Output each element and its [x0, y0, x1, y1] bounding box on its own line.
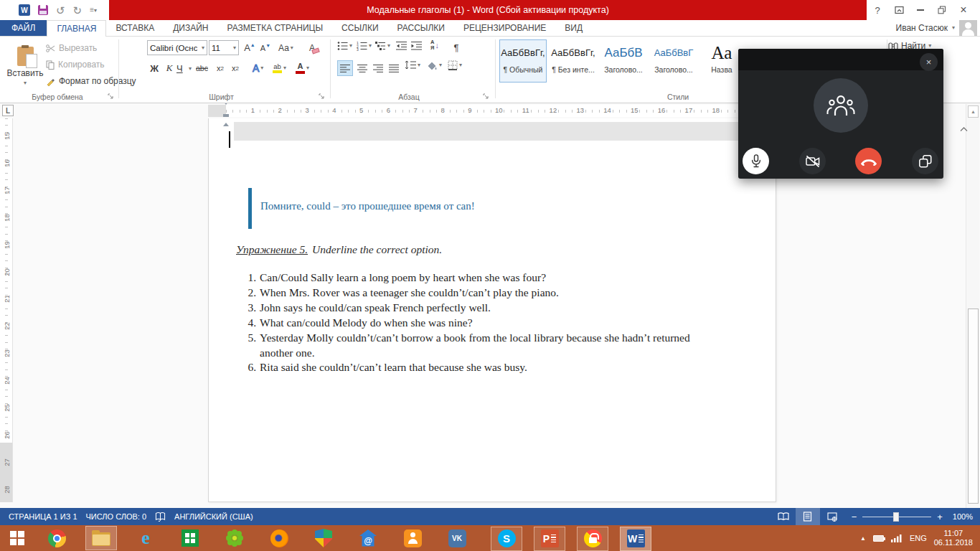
taskbar-vk[interactable]: VK	[435, 525, 479, 551]
zoom-out-button[interactable]: −	[852, 512, 857, 522]
multilevel-list-button[interactable]: ▾	[375, 41, 390, 51]
taskbar-mailru[interactable]: @	[346, 525, 390, 551]
style-title[interactable]: Аа Назва	[700, 39, 743, 83]
taskbar-word[interactable]: W	[620, 527, 651, 551]
screen-share-button[interactable]	[912, 148, 938, 174]
close-call-popup-button[interactable]: ×	[920, 53, 938, 71]
justify-button[interactable]	[386, 60, 402, 76]
scroll-up-button[interactable]: ▲	[968, 105, 979, 118]
clipboard-dialog-launcher[interactable]	[108, 93, 114, 100]
font-dialog-launcher[interactable]	[319, 93, 325, 100]
superscript-button[interactable]: x2	[232, 60, 239, 76]
undo-icon[interactable]: ↺	[56, 5, 65, 16]
read-mode-button[interactable]	[771, 508, 796, 525]
ribbon-display-options-button[interactable]	[888, 1, 910, 19]
web-layout-button[interactable]	[820, 508, 844, 525]
align-right-button[interactable]	[370, 60, 386, 76]
paragraph-dialog-launcher[interactable]	[483, 93, 489, 100]
tab-view[interactable]: ВИД	[555, 20, 592, 36]
line-spacing-button[interactable]: ▾	[405, 60, 420, 70]
tab-review[interactable]: РЕЦЕНЗИРОВАНИЕ	[454, 20, 555, 36]
left-margin-marker[interactable]	[223, 114, 229, 117]
tab-references[interactable]: ССЫЛКИ	[332, 20, 387, 36]
taskbar-chrome[interactable]	[34, 525, 79, 551]
strikethrough-button[interactable]: abc	[196, 60, 208, 76]
increase-indent-button[interactable]	[411, 41, 422, 51]
taskbar-powerpoint[interactable]: P	[534, 527, 565, 551]
taskbar-icq[interactable]	[212, 525, 257, 551]
redo-icon[interactable]: ↻	[73, 5, 83, 16]
network-signal-icon[interactable]	[891, 534, 903, 542]
grow-font-button[interactable]: А▲	[242, 40, 257, 55]
clock[interactable]: 11:07 06.11.2018	[934, 529, 973, 547]
word-count[interactable]: ЧИСЛО СЛОВ: 0	[86, 512, 147, 521]
document-page[interactable]: Помните, could – это прошедшее время от …	[208, 118, 776, 502]
style-normal[interactable]: АаБбВвГг, ¶ Обычный	[499, 39, 547, 83]
hang-up-button[interactable]	[855, 148, 882, 174]
tab-page-layout[interactable]: РАЗМЕТКА СТРАНИЦЫ	[218, 20, 333, 36]
tab-design[interactable]: ДИЗАЙН	[164, 20, 217, 36]
tab-home[interactable]: ГЛАВНАЯ	[47, 20, 106, 37]
style-heading1[interactable]: АаБбВ Заголово...	[600, 39, 647, 83]
zoom-thumb[interactable]	[893, 512, 899, 522]
taskbar-odnoklassniki[interactable]	[390, 525, 435, 551]
shrink-font-button[interactable]: А▼	[258, 40, 273, 55]
subscript-button[interactable]: x2	[217, 60, 224, 76]
taskbar-avg[interactable]	[301, 525, 346, 551]
language-switch[interactable]: ENG	[910, 534, 927, 542]
taskbar-protect-browser[interactable]	[577, 527, 608, 551]
clear-formatting-button[interactable]: А	[304, 40, 320, 55]
tray-expand-icon[interactable]: ▲	[860, 535, 866, 542]
scrollbar-thumb[interactable]	[968, 309, 979, 504]
align-center-button[interactable]	[354, 60, 370, 76]
close-button[interactable]: ×	[953, 1, 974, 19]
align-left-button[interactable]	[337, 60, 353, 76]
decrease-indent-button[interactable]	[396, 41, 407, 51]
shading-button[interactable]: ▾	[426, 60, 442, 70]
customize-qat-icon[interactable]: ≡▾	[90, 6, 97, 14]
minimize-button[interactable]	[910, 1, 931, 19]
collapse-ribbon-button[interactable]	[960, 127, 968, 132]
proofing-icon[interactable]	[155, 512, 166, 522]
italic-button[interactable]: К	[164, 60, 175, 76]
page-indicator[interactable]: СТРАНИЦА 1 ИЗ 1	[9, 512, 77, 521]
show-marks-button[interactable]: ¶	[449, 40, 463, 55]
save-icon[interactable]	[38, 5, 48, 15]
bullets-button[interactable]: ▾	[337, 41, 352, 51]
vertical-ruler[interactable]: 1516171819202122232425262728	[0, 118, 13, 502]
zoom-level[interactable]: 100%	[953, 512, 973, 521]
change-case-button[interactable]: Аа ▾	[278, 40, 293, 55]
account-area[interactable]: Иван Стасюк ▾	[896, 20, 980, 36]
print-layout-button[interactable]	[796, 508, 820, 525]
font-color-button[interactable]: А ▾	[296, 60, 309, 76]
taskbar-skype[interactable]: S	[491, 527, 522, 551]
start-button[interactable]	[0, 525, 34, 551]
zoom-track[interactable]	[862, 517, 931, 517]
text-effects-button[interactable]: А ▾	[253, 60, 263, 76]
language-indicator[interactable]: АНГЛИЙСКИЙ (США)	[174, 512, 253, 521]
taskbar-file-explorer[interactable]	[85, 526, 117, 550]
camera-off-button[interactable]	[799, 148, 826, 174]
help-button[interactable]: ?	[867, 1, 888, 19]
style-no-spacing[interactable]: АаБбВвГг, ¶ Без инте...	[550, 39, 597, 83]
underline-button[interactable]: Ч	[176, 60, 183, 76]
copy-button[interactable]: Копировать	[46, 60, 105, 70]
taskbar-internet-explorer[interactable]: e	[123, 525, 168, 551]
horizontal-ruler[interactable]: 123456789101112131415161718	[208, 105, 776, 117]
avatar[interactable]	[959, 20, 977, 36]
font-name-select[interactable]: Calibri (Оснс ▾	[147, 40, 207, 55]
bold-button[interactable]: Ж	[148, 60, 161, 76]
vertical-scrollbar[interactable]: ▲	[966, 104, 979, 508]
tab-mailings[interactable]: РАССЫЛКИ	[388, 20, 454, 36]
numbering-button[interactable]: 123 ▾	[357, 41, 372, 51]
zoom-in-button[interactable]: +	[937, 512, 943, 522]
font-size-select[interactable]: 11 ▾	[209, 40, 239, 55]
taskbar-windows-store[interactable]	[168, 525, 212, 551]
style-heading2[interactable]: АаБбВвГ Заголово...	[650, 39, 697, 83]
sort-button[interactable]: А Я ↓	[430, 39, 439, 51]
microphone-button[interactable]	[743, 148, 769, 174]
taskbar-firefox[interactable]	[257, 525, 301, 551]
highlight-button[interactable]: ab ▾	[273, 60, 286, 76]
cut-button[interactable]: Вырезать	[46, 43, 97, 53]
tab-selector[interactable]: L	[2, 105, 14, 116]
